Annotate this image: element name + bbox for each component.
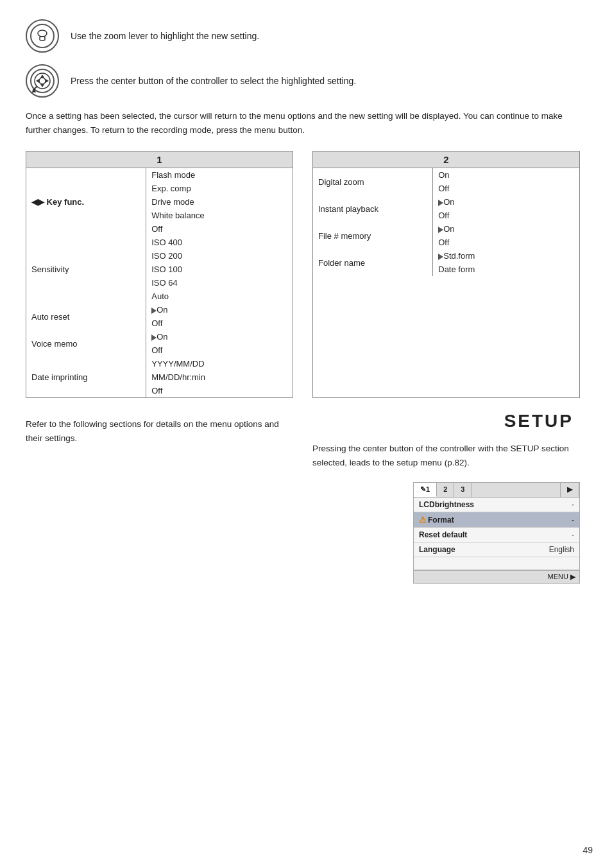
- folder-name-label: Folder name: [313, 249, 433, 276]
- date-format-2: MM/DD/hr:min: [146, 370, 293, 384]
- folder-name-std: Std.form: [433, 249, 579, 263]
- menus-container: 1 ◀▶ Key func. Flash mode Exp. comp Driv…: [26, 151, 580, 398]
- voice-memo-off: Off: [146, 343, 293, 357]
- table-row: Sensitivity ISO 400: [26, 236, 293, 249]
- setup-tab-2: 2: [437, 483, 454, 497]
- date-format-1: YYYY/MM/DD: [146, 357, 293, 370]
- setup-menu-screenshot: ✎1 2 3 ▶ LCDbrightness - ⚠Format -: [413, 482, 580, 584]
- svg-marker-6: [40, 74, 44, 78]
- digital-zoom-label: Digital zoom: [313, 168, 433, 195]
- svg-point-0: [31, 24, 54, 48]
- left-bottom-col: Refer to the following sections for deta…: [26, 411, 293, 584]
- right-bottom-col: SETUP Pressing the center button of the …: [312, 411, 580, 584]
- cursor-icon: [151, 308, 157, 314]
- key-func-item-3: White balance: [146, 209, 293, 222]
- language-label: Language: [414, 542, 505, 557]
- bottom-section: Refer to the following sections for deta…: [26, 411, 580, 584]
- digital-zoom-on: On: [433, 168, 579, 182]
- setup-description: Pressing the center button of the contro…: [312, 437, 580, 476]
- instant-playback-label: Instant playback: [313, 195, 433, 222]
- table-row: Digital zoom On: [313, 168, 579, 182]
- svg-point-1: [38, 30, 47, 37]
- table-row: Instant playback On: [313, 195, 579, 209]
- setup-menu-footer: MENU ▶: [414, 570, 579, 583]
- table-row: LCDbrightness -: [414, 498, 579, 512]
- reset-default-value: -: [505, 528, 579, 542]
- auto-reset-label: Auto reset: [26, 303, 146, 330]
- sensitivity-item-0: ISO 400: [146, 236, 293, 249]
- sensitivity-label: Sensitivity: [26, 236, 146, 303]
- menu-1-header: 1: [26, 152, 293, 168]
- step1-text: Use the zoom lever to highlight the new …: [71, 30, 259, 43]
- setup-tab-3: 3: [454, 483, 472, 497]
- language-value: English: [505, 542, 579, 557]
- setup-tab-play: ▶: [560, 483, 579, 497]
- step2-text: Press the center button of the controlle…: [71, 74, 356, 88]
- table-row: File # memory On: [313, 222, 579, 236]
- format-value: -: [505, 512, 579, 528]
- menu-1-box: 1 ◀▶ Key func. Flash mode Exp. comp Driv…: [26, 151, 293, 398]
- sensitivity-item-1: ISO 200: [146, 249, 293, 263]
- intro-section: Use the zoom lever to highlight the new …: [26, 19, 580, 137]
- intro-row-2: Press the center button of the controlle…: [26, 64, 580, 98]
- svg-marker-8: [36, 79, 39, 83]
- menu-1-table: ◀▶ Key func. Flash mode Exp. comp Drive …: [26, 168, 293, 397]
- digital-zoom-off: Off: [433, 182, 579, 195]
- reset-default-label: Reset default: [414, 528, 505, 542]
- voice-memo-label: Voice memo: [26, 330, 146, 357]
- page-number: 49: [582, 845, 593, 855]
- table-row: [414, 557, 579, 570]
- key-func-item-0: Flash mode: [146, 168, 293, 182]
- instant-playback-off: Off: [433, 209, 579, 222]
- table-row: Date imprinting YYYY/MM/DD: [26, 357, 293, 370]
- folder-name-date: Date form: [433, 263, 579, 276]
- lcd-brightness-label: LCDbrightness: [414, 498, 505, 512]
- svg-marker-7: [40, 84, 44, 87]
- intro-paragraph: Once a setting has been selected, the cu…: [26, 109, 580, 137]
- sensitivity-item-2: ISO 100: [146, 263, 293, 276]
- svg-marker-9: [46, 79, 49, 83]
- instant-playback-on: On: [433, 195, 579, 209]
- auto-reset-on: On: [146, 303, 293, 317]
- controller-icon: [26, 64, 59, 98]
- table-row: Reset default -: [414, 528, 579, 542]
- date-format-3: Off: [146, 384, 293, 397]
- svg-point-5: [39, 78, 46, 84]
- format-label: ⚠Format: [414, 512, 505, 528]
- lcd-brightness-value: -: [505, 498, 579, 512]
- table-row: Language English: [414, 542, 579, 557]
- setup-menu-rows-table: LCDbrightness - ⚠Format - Reset default …: [414, 498, 579, 570]
- zoom-lever-icon: [26, 19, 59, 53]
- empty-row: [414, 557, 579, 570]
- refer-text: Refer to the following sections for deta…: [26, 417, 293, 445]
- table-row: Auto reset On: [26, 303, 293, 317]
- setup-title: SETUP: [504, 411, 574, 431]
- table-row: ◀▶ Key func. Flash mode: [26, 168, 293, 182]
- menu-2-box: 2 Digital zoom On Off Instant playback O…: [312, 151, 580, 398]
- table-row: ⚠Format -: [414, 512, 579, 528]
- cursor-icon: [151, 334, 157, 341]
- table-row: Voice memo On: [26, 330, 293, 343]
- intro-row-1: Use the zoom lever to highlight the new …: [26, 19, 580, 53]
- auto-reset-off: Off: [146, 317, 293, 330]
- key-func-item-4: Off: [146, 222, 293, 236]
- sensitivity-item-4: Auto: [146, 290, 293, 303]
- setup-tab-1: ✎1: [414, 483, 437, 497]
- warning-icon: ⚠: [419, 515, 427, 525]
- cursor-icon: [438, 227, 443, 233]
- file-memory-label: File # memory: [313, 222, 433, 249]
- table-row: Folder name Std.form: [313, 249, 579, 263]
- file-memory-on: On: [433, 222, 579, 236]
- menu-2-header: 2: [313, 152, 579, 168]
- setup-menu-tabs: ✎1 2 3 ▶: [414, 483, 579, 498]
- voice-memo-on: On: [146, 330, 293, 343]
- menu-2-table: Digital zoom On Off Instant playback On …: [313, 168, 579, 276]
- svg-rect-2: [40, 37, 45, 40]
- key-func-label: ◀▶ Key func.: [26, 168, 146, 236]
- cursor-icon: [438, 254, 443, 260]
- file-memory-off: Off: [433, 236, 579, 249]
- sensitivity-item-3: ISO 64: [146, 276, 293, 290]
- key-func-item-1: Exp. comp: [146, 182, 293, 195]
- key-func-item-2: Drive mode: [146, 195, 293, 209]
- cursor-icon: [438, 200, 443, 206]
